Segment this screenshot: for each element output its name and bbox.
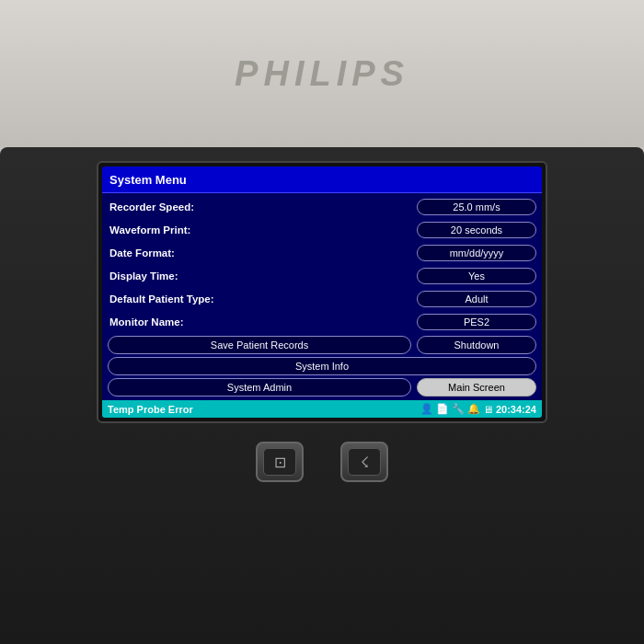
main-screen-button[interactable]: Main Screen: [417, 378, 536, 397]
display-icon: 🖥: [483, 404, 493, 415]
device-body: System Menu Recorder Speed: 25.0 mm/s Wa…: [0, 147, 644, 644]
save-patient-records-button[interactable]: Save Patient Records: [108, 336, 411, 354]
value-monitor-name[interactable]: PES2: [417, 314, 536, 330]
hw-button-1-inner: ⊡: [263, 448, 296, 476]
value-date-format[interactable]: mm/dd/yyyy: [417, 245, 536, 261]
value-waveform-print[interactable]: 20 seconds: [417, 222, 536, 238]
action-row-2: System Info: [108, 357, 536, 375]
menu-row-monitor-name: Monitor Name: PES2: [108, 312, 536, 332]
screen-header: System Menu: [102, 167, 542, 193]
bell-icon: 🔔: [467, 403, 480, 415]
brand-logo: PHILIPS: [235, 54, 409, 94]
status-icons: 👤 📄 🔧 🔔 🖥 20:34:24: [420, 403, 536, 415]
menu-row-patient-type: Default Patient Type: Adult: [108, 289, 536, 309]
label-waveform-print: Waveform Print:: [108, 224, 417, 236]
person-icon: 👤: [420, 403, 433, 415]
hw-button-2-inner: ☇: [348, 448, 381, 476]
hardware-buttons-row: ⊡ ☇: [256, 442, 388, 482]
shutdown-button[interactable]: Shutdown: [417, 336, 536, 354]
hw-button-1-icon: ⊡: [274, 454, 286, 471]
hw-button-2-icon: ☇: [361, 454, 369, 471]
status-error-text: Temp Probe Error: [108, 404, 193, 415]
value-patient-type[interactable]: Adult: [417, 291, 536, 307]
value-recorder-speed[interactable]: 25.0 mm/s: [417, 199, 536, 215]
status-time: 20:34:24: [496, 404, 536, 415]
wrench-icon: 🔧: [452, 403, 465, 415]
label-date-format: Date Format:: [108, 247, 417, 259]
menu-row-date-format: Date Format: mm/dd/yyyy: [108, 243, 536, 263]
label-monitor-name: Monitor Name:: [108, 316, 417, 328]
hardware-button-2[interactable]: ☇: [340, 442, 388, 482]
action-row-1: Save Patient Records Shutdown: [108, 336, 536, 354]
menu-row-display-time: Display Time: Yes: [108, 266, 536, 286]
label-patient-type: Default Patient Type:: [108, 293, 417, 305]
value-display-time[interactable]: Yes: [417, 268, 536, 284]
screen: System Menu Recorder Speed: 25.0 mm/s Wa…: [102, 167, 542, 418]
device-top: PHILIPS: [0, 0, 644, 147]
action-row-3: System Admin Main Screen: [108, 378, 536, 397]
screen-bezel: System Menu Recorder Speed: 25.0 mm/s Wa…: [97, 161, 547, 423]
label-recorder-speed: Recorder Speed:: [108, 201, 417, 213]
system-info-button[interactable]: System Info: [108, 357, 536, 375]
label-display-time: Display Time:: [108, 270, 417, 282]
system-admin-button[interactable]: System Admin: [108, 378, 411, 397]
document-icon: 📄: [436, 403, 449, 415]
screen-title: System Menu: [109, 173, 187, 187]
menu-row-waveform-print: Waveform Print: 20 seconds: [108, 220, 536, 240]
screen-content: Recorder Speed: 25.0 mm/s Waveform Print…: [102, 193, 542, 400]
menu-row-recorder-speed: Recorder Speed: 25.0 mm/s: [108, 197, 536, 217]
status-bar: Temp Probe Error 👤 📄 🔧 🔔 🖥 20:34:24: [102, 400, 542, 418]
hardware-button-1[interactable]: ⊡: [256, 442, 304, 482]
